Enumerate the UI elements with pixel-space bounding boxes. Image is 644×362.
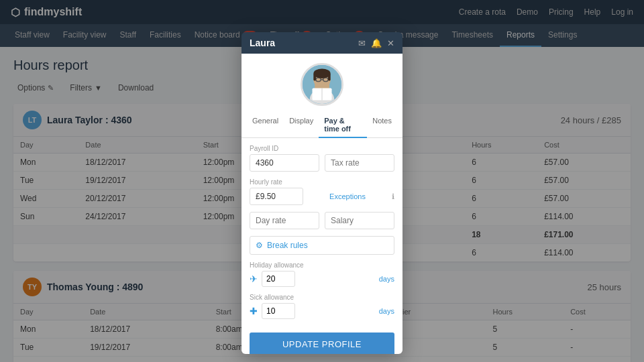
modal-overlay[interactable]: Laura ✉ 🔔 ✕	[0, 0, 644, 362]
update-profile-button[interactable]: UPDATE PROFILE	[250, 333, 394, 354]
airplane-icon: ✈	[250, 274, 258, 284]
hourly-rate-label: Hourly rate	[250, 178, 394, 186]
tab-general[interactable]: General	[247, 113, 284, 138]
break-rules-button[interactable]: ⚙ Break rules	[250, 236, 394, 255]
day-rate-input[interactable]	[250, 212, 319, 229]
day-rate-row	[250, 212, 394, 229]
modal-laura: Laura ✉ 🔔 ✕	[241, 32, 402, 354]
bell-icon[interactable]: 🔔	[371, 38, 382, 48]
holiday-allowance-group: Holiday allowance ✈ days	[250, 261, 394, 287]
break-rules-label: Break rules	[267, 241, 308, 250]
modal-title: Laura	[250, 38, 275, 48]
holiday-allowance-input[interactable]	[262, 271, 295, 287]
tax-rate-input[interactable]	[325, 154, 394, 172]
holiday-unit[interactable]: days	[379, 275, 394, 283]
payroll-row	[250, 154, 394, 172]
medical-icon: ✚	[250, 306, 258, 316]
info-icon: ℹ	[392, 192, 394, 201]
modal-avatar-section	[241, 54, 402, 113]
modal-header: Laura ✉ 🔔 ✕	[241, 32, 402, 54]
sick-allowance-label: Sick allowance	[250, 294, 394, 301]
break-rules-icon: ⚙	[256, 241, 263, 250]
hourly-rate-row: Exceptions ℹ	[250, 188, 394, 205]
payroll-label: Payroll ID	[250, 145, 394, 152]
email-icon[interactable]: ✉	[358, 38, 366, 48]
svg-rect-9	[328, 74, 331, 81]
tab-notes[interactable]: Notes	[367, 113, 397, 138]
exceptions-link[interactable]: Exceptions	[329, 192, 366, 200]
tab-pay-time-off[interactable]: Pay & time off	[319, 113, 367, 138]
payroll-input[interactable]	[250, 154, 319, 172]
sick-allowance-row: ✚ days	[250, 303, 394, 319]
svg-rect-8	[313, 74, 316, 81]
close-icon[interactable]: ✕	[387, 38, 394, 48]
sick-unit[interactable]: days	[379, 307, 394, 315]
sick-allowance-group: Sick allowance ✚ days	[250, 294, 394, 319]
salary-input[interactable]	[325, 212, 394, 229]
day-rate-group	[250, 212, 394, 229]
holiday-allowance-label: Holiday allowance	[250, 261, 394, 269]
svg-point-7	[313, 68, 330, 78]
modal-body: Payroll ID Hourly rate Exceptions ℹ	[241, 138, 402, 354]
hourly-rate-group: Hourly rate Exceptions ℹ	[250, 178, 394, 205]
modal-avatar	[301, 63, 343, 106]
modal-header-icons: ✉ 🔔 ✕	[358, 38, 394, 48]
sick-allowance-input[interactable]	[262, 303, 295, 319]
tab-display[interactable]: Display	[284, 113, 319, 138]
payroll-group: Payroll ID	[250, 145, 394, 172]
modal-tabs: General Display Pay & time off Notes	[241, 113, 402, 138]
holiday-allowance-row: ✈ days	[250, 271, 394, 287]
hourly-rate-input[interactable]	[250, 188, 303, 205]
